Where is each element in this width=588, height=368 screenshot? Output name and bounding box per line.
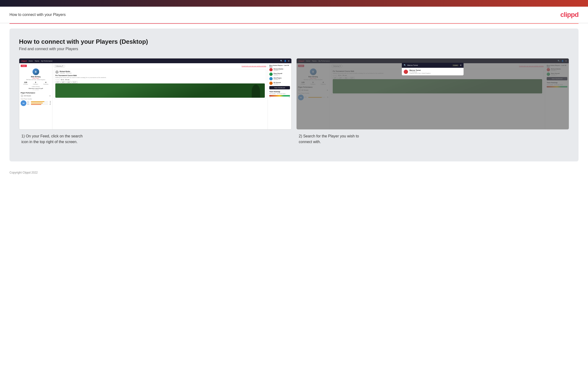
player-info-1: Richard Butler Activities: 7 bbox=[273, 68, 283, 71]
header: How to connect with your Players clippd bbox=[0, 7, 588, 23]
screenshot-1-col: clippd Home Teams My Performance 🔍 👤 ⚙ bbox=[19, 58, 292, 145]
ott-track bbox=[31, 101, 48, 102]
app-nav-1: clippd Home Teams My Performance 🔍 👤 ⚙ bbox=[19, 58, 291, 63]
stat-followers: 3 Followers bbox=[33, 81, 38, 85]
following-row: Following ▼ Control who can see your act… bbox=[54, 65, 266, 67]
profile-club: Mill Ride Golf Club, United Kingdom bbox=[21, 79, 51, 80]
player-info-2: Piers Parnell Activities: 4 bbox=[273, 73, 282, 76]
app-mid-panel-1: Following ▼ Control who can see your act… bbox=[53, 63, 268, 129]
arg-track bbox=[31, 104, 48, 105]
team-heatmap-title: Team Heatmap bbox=[269, 91, 290, 92]
tag-arg: ARG bbox=[66, 81, 71, 83]
nav-item-my-performance[interactable]: My Performance bbox=[41, 60, 53, 62]
main-content: How to connect with your Players (Deskto… bbox=[9, 28, 579, 161]
player-list-item-1: Richard Butler Activities: 7 bbox=[269, 68, 290, 71]
heatmap-max: +5 bbox=[289, 97, 290, 98]
app-val: 70 bbox=[48, 102, 51, 104]
control-link[interactable]: Control who can see your activity and da… bbox=[242, 65, 266, 67]
activity-card: Richard Butler Yesterday - The Grove Pre… bbox=[54, 69, 266, 99]
quality-bars: OTT 79 APP bbox=[27, 101, 51, 105]
search-icon[interactable]: 🔍 bbox=[280, 60, 283, 62]
stat-followers-num: 3 bbox=[33, 81, 38, 83]
app-nav-icons: 🔍 👤 ⚙ bbox=[280, 60, 290, 62]
player-avatar-1 bbox=[269, 68, 273, 71]
profile-card: B Blair McHarg Golf Coach Mill Ride Golf… bbox=[21, 68, 51, 91]
search-result-name: Marcus Turner bbox=[409, 69, 430, 71]
duration-value: 02 hr : 00 min bbox=[61, 79, 70, 80]
screenshot-2-mockup: clippd Home Teams My Performance 🔍 👤 ⚙ bbox=[296, 58, 569, 129]
activity-card-desc: Walking the course with my coach to buil… bbox=[55, 77, 265, 78]
profile-icon[interactable]: 👤 bbox=[284, 60, 286, 62]
activity-user-name: Richard Butler bbox=[60, 71, 71, 72]
stat-activities: 129 Activities bbox=[23, 81, 28, 85]
player-mini-avatar bbox=[21, 94, 24, 97]
profile-stats: 129 Activities 3 Followers 4 bbox=[21, 81, 51, 85]
heatmap-labels: -5 +5 bbox=[269, 97, 290, 98]
settings-icon[interactable]: ⚙ bbox=[288, 60, 290, 62]
stat-activities-num: 129 bbox=[23, 81, 28, 83]
app-sim-2: clippd Home Teams My Performance 🔍 👤 ⚙ bbox=[297, 58, 569, 129]
quality-row: 84 OTT 79 bbox=[21, 100, 51, 106]
logo: clippd bbox=[561, 11, 579, 18]
ott-label: OTT bbox=[27, 101, 30, 102]
activity-card-title: Pre Tournament Course Walk bbox=[55, 75, 265, 76]
activity-card-header: Richard Butler Yesterday - The Grove bbox=[55, 70, 265, 74]
app-nav-items: Home Teams My Performance bbox=[29, 60, 53, 62]
player-select-name: Eli Vincent bbox=[24, 95, 48, 97]
player-list-item-4: Eli Vincent Activities: 1 bbox=[269, 82, 290, 85]
player-select-row[interactable]: Eli Vincent ▼ bbox=[21, 94, 51, 97]
chevron-down-icon: ▼ bbox=[49, 95, 51, 97]
search-result-item[interactable]: Marcus Turner 1.5 Handicap Cypress Point… bbox=[402, 68, 464, 75]
search-result-club: Cypress Point Club, United Kingdom bbox=[409, 73, 430, 74]
activity-user-meta: Yesterday - The Grove bbox=[60, 72, 71, 74]
following-button[interactable]: Following ▼ bbox=[54, 65, 65, 67]
screenshot-1-mockup: clippd Home Teams My Performance 🔍 👤 ⚙ bbox=[19, 58, 292, 129]
search-icon-modal: 🔍 bbox=[404, 64, 406, 66]
main-title: How to connect with your Players (Deskto… bbox=[19, 38, 569, 46]
search-result-info: Marcus Turner 1.5 Handicap Cypress Point… bbox=[409, 69, 430, 74]
screenshots-row: clippd Home Teams My Performance 🔍 👤 ⚙ bbox=[19, 58, 569, 145]
activity-date: 27 Jul 2022 bbox=[21, 89, 51, 91]
tag-ott: OTT bbox=[55, 81, 60, 83]
latest-activity-label: Latest Activity bbox=[21, 86, 51, 87]
tag-putt: PUTT bbox=[72, 81, 77, 83]
shot-tags: OTT APP ARG PUTT bbox=[55, 81, 265, 83]
player-avatar-2 bbox=[269, 73, 273, 76]
app-label: APP bbox=[27, 102, 30, 104]
caption-2: 2) Search for the Player you wish toconn… bbox=[296, 133, 569, 145]
search-result-avatar bbox=[404, 70, 408, 74]
nav-item-home[interactable]: Home bbox=[29, 60, 33, 62]
screenshot-2-col: clippd Home Teams My Performance 🔍 👤 ⚙ bbox=[296, 58, 569, 145]
stat-activities-label: Activities bbox=[23, 83, 28, 85]
player-list-item-3: Hiral Pujara Activities: 3 bbox=[269, 77, 290, 80]
close-icon[interactable]: ✕ bbox=[460, 64, 462, 66]
search-clear-button[interactable]: CLEAR bbox=[452, 64, 459, 66]
activity-meta-row: Duration 02 hr : 00 min bbox=[55, 79, 265, 80]
team-dashboard-button[interactable]: Team Dashboard bbox=[269, 86, 290, 89]
nav-item-teams[interactable]: Teams bbox=[35, 60, 39, 62]
stat-following-label: Following bbox=[43, 83, 48, 85]
arg-label: ARG bbox=[27, 104, 30, 105]
stat-following-num: 4 bbox=[43, 81, 48, 83]
feed-tab[interactable]: Feed bbox=[21, 65, 27, 67]
stat-following: 4 Following bbox=[43, 81, 48, 85]
quality-score: 84 bbox=[21, 100, 26, 106]
activity-user-avatar bbox=[55, 70, 59, 74]
caption-1: 1) On your Feed, click on the searchicon… bbox=[19, 133, 292, 145]
arg-bar-row: ARG 61 bbox=[27, 104, 51, 105]
stat-followers-label: Followers bbox=[33, 83, 38, 85]
profile-name: Blair McHarg bbox=[21, 76, 51, 77]
arg-val: 61 bbox=[48, 104, 51, 105]
search-modal: 🔍 Marcus Turner CLEAR ✕ Marcus Turner 1.… bbox=[402, 63, 464, 75]
heatmap-bar bbox=[269, 95, 290, 97]
app-sim-1: clippd Home Teams My Performance 🔍 👤 ⚙ bbox=[19, 58, 291, 129]
tag-app: APP bbox=[61, 81, 66, 83]
search-input-value[interactable]: Marcus Turner bbox=[407, 64, 451, 66]
app-bar-row: APP 70 bbox=[27, 102, 51, 104]
app-track bbox=[31, 103, 48, 103]
player-info-4: Eli Vincent Activities: 1 bbox=[273, 82, 281, 85]
app-nav-logo: clippd bbox=[21, 60, 27, 62]
copyright-text: Copyright Clippd 2022 bbox=[9, 171, 38, 174]
app-left-panel-1: Feed B Blair McHarg Golf Coach Mill Ride… bbox=[19, 63, 53, 129]
ott-bar-row: OTT 79 bbox=[27, 101, 51, 102]
